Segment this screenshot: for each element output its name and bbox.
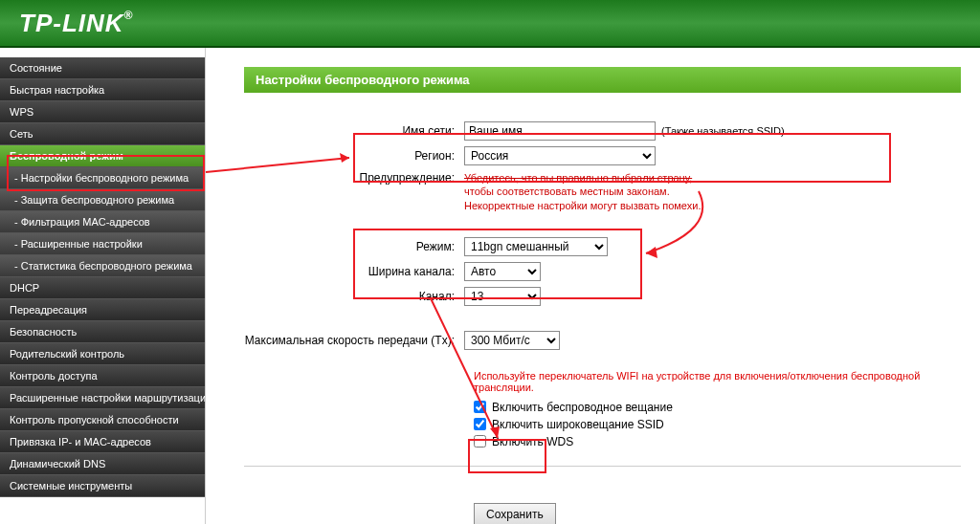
sidebar-item-12[interactable]: Безопасность xyxy=(0,321,205,343)
cb-ssid[interactable] xyxy=(474,418,486,430)
sidebar-item-10[interactable]: DHCP xyxy=(0,277,205,299)
sidebar-item-7[interactable]: - Фильтрация MAC-адресов xyxy=(0,211,205,233)
cb-wireless-label: Включить беспроводное вещание xyxy=(492,401,673,414)
maxrate-select[interactable]: 300 Мбит/с xyxy=(464,331,560,350)
cb-wireless[interactable] xyxy=(474,401,486,413)
sidebar-item-14[interactable]: Контроль доступа xyxy=(0,365,205,387)
header: TP-LINK® xyxy=(0,0,980,48)
maxrate-label: Максимальная скорость передачи (Tx): xyxy=(244,334,464,347)
sidebar-item-9[interactable]: - Статистика беспроводного режима xyxy=(0,255,205,277)
region-select[interactable]: Россия xyxy=(464,146,656,165)
sidebar: СостояниеБыстрая настройкаWPSСетьБеспров… xyxy=(0,48,206,524)
sidebar-item-13[interactable]: Родительский контроль xyxy=(0,343,205,365)
sidebar-item-5[interactable]: - Настройки беспроводного режима xyxy=(0,167,205,189)
channel-select[interactable]: 13 xyxy=(464,287,541,306)
width-label: Ширина канала: xyxy=(244,265,464,278)
warning-label: Предупреждение: xyxy=(244,171,464,185)
sidebar-item-0[interactable]: Состояние xyxy=(0,57,205,79)
wifi-hint: Используйте переключатель WIFI на устрой… xyxy=(244,370,961,393)
cb-wds-label: Включить WDS xyxy=(492,435,573,448)
sidebar-item-17[interactable]: Привязка IP- и MAC-адресов xyxy=(0,431,205,453)
mode-label: Режим: xyxy=(244,240,464,253)
sidebar-item-18[interactable]: Динамический DNS xyxy=(0,453,205,475)
reg-mark: ® xyxy=(124,9,134,22)
sidebar-item-19[interactable]: Системные инструменты xyxy=(0,475,205,497)
warning-text: Убедитесь, что вы правильно выбрали стра… xyxy=(464,171,701,212)
region-label: Регион: xyxy=(244,149,464,163)
section-title: Настройки беспроводного режима xyxy=(244,67,961,93)
sidebar-item-11[interactable]: Переадресация xyxy=(0,299,205,321)
sidebar-item-2[interactable]: WPS xyxy=(0,101,205,123)
sidebar-item-8[interactable]: - Расширенные настройки xyxy=(0,233,205,255)
ssid-input[interactable] xyxy=(464,121,656,141)
sidebar-item-3[interactable]: Сеть xyxy=(0,123,205,145)
save-button[interactable]: Сохранить xyxy=(474,503,556,524)
ssid-label: Имя сети: xyxy=(244,124,464,138)
mode-select[interactable]: 11bgn смешанный xyxy=(464,237,608,256)
width-select[interactable]: Авто xyxy=(464,262,541,281)
cb-wds[interactable] xyxy=(474,435,486,448)
sidebar-item-1[interactable]: Быстрая настройка xyxy=(0,79,205,101)
sidebar-item-6[interactable]: - Защита беспроводного режима xyxy=(0,189,205,211)
main-content: Настройки беспроводного режима Имя сети:… xyxy=(206,48,980,524)
sidebar-item-16[interactable]: Контроль пропускной способности xyxy=(0,409,205,431)
brand-text: TP-LINK xyxy=(19,9,124,37)
ssid-note: (Также называется SSID) xyxy=(661,125,785,137)
cb-ssid-label: Включить широковещание SSID xyxy=(492,418,664,431)
sidebar-item-4[interactable]: Беспроводной режим xyxy=(0,145,205,167)
sidebar-item-15[interactable]: Расширенные настройки маршрутизации xyxy=(0,387,205,409)
channel-label: Канал: xyxy=(244,290,464,303)
brand-logo: TP-LINK® xyxy=(19,9,133,38)
